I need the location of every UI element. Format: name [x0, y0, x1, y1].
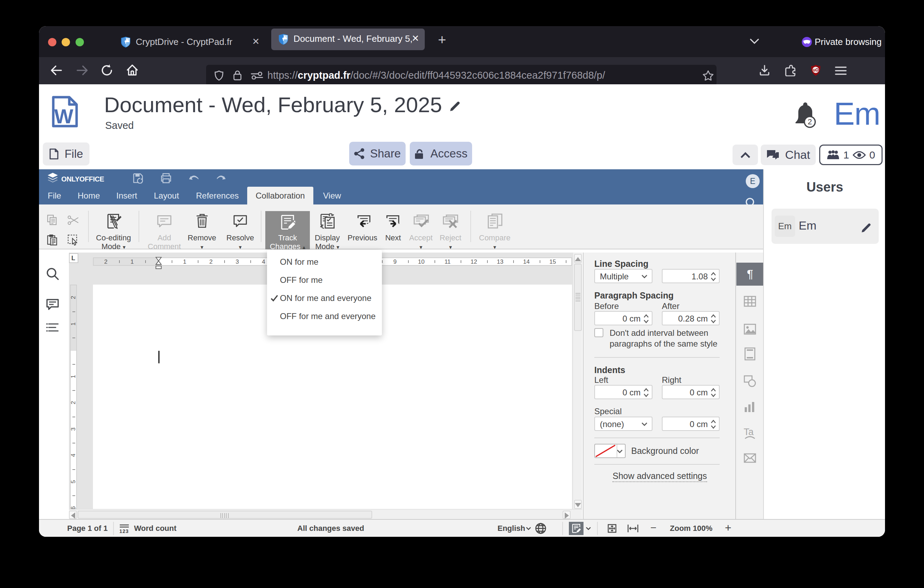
- svg-text:2: 2: [808, 117, 812, 126]
- svg-text:uO: uO: [813, 68, 819, 73]
- svg-text:Ta: Ta: [744, 427, 754, 437]
- svg-text:123: 123: [119, 529, 129, 533]
- svg-text:W: W: [54, 105, 73, 127]
